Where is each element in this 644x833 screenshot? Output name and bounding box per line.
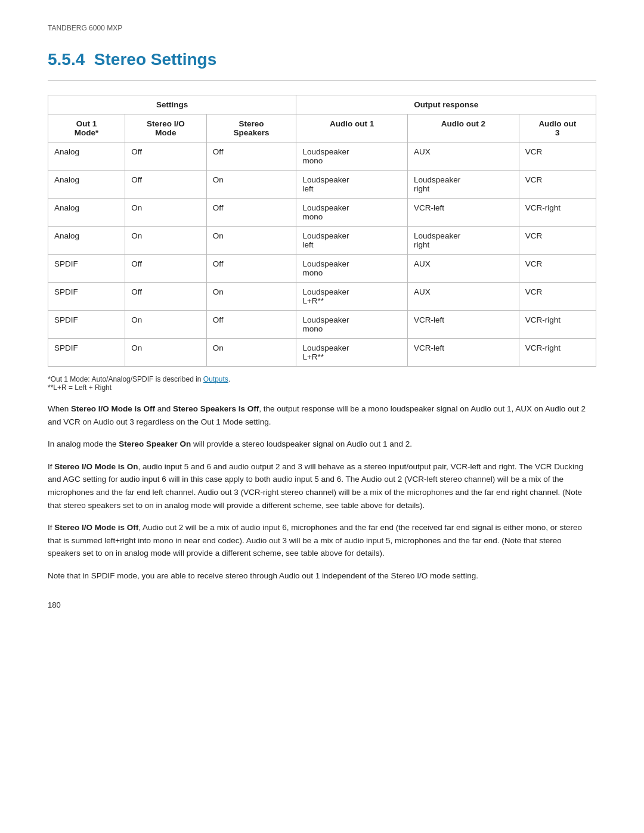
table-cell: LoudspeakerL+R** xyxy=(296,339,408,367)
table-cell: AUX xyxy=(408,255,519,283)
table-cell: Analog xyxy=(48,171,125,199)
table-cell: On xyxy=(125,311,206,339)
section-divider xyxy=(48,80,596,80)
col-audio-out3: Audio out3 xyxy=(519,114,596,143)
table-cell: VCR-left xyxy=(408,339,519,367)
body-paragraph-4: If Stereo I/O Mode is Off, Audio out 2 w… xyxy=(48,521,596,560)
table-cell: VCR-right xyxy=(519,339,596,367)
brand-label: TANDBERG 6000 MXP xyxy=(48,24,122,32)
col-stereo-io: Stereo I/OMode xyxy=(125,114,206,143)
section-number: 5.5.4 xyxy=(48,50,85,69)
table-cell: Off xyxy=(125,255,206,283)
outputs-link[interactable]: Outputs xyxy=(203,375,228,383)
table-cell: Off xyxy=(206,255,296,283)
body-paragraphs: When Stereo I/O Mode is Off and Stereo S… xyxy=(48,402,596,583)
table-cell: SPDIF xyxy=(48,339,125,367)
body-paragraph-1: When Stereo I/O Mode is Off and Stereo S… xyxy=(48,402,596,428)
body-paragraph-3: If Stereo I/O Mode is On, audio input 5 … xyxy=(48,460,596,512)
table-cell: Loudspeakermono xyxy=(296,255,408,283)
table-cell: On xyxy=(206,339,296,367)
table-cell: Loudspeakerleft xyxy=(296,171,408,199)
table-cell: VCR xyxy=(519,227,596,255)
table-row: SPDIFOffOffLoudspeakermonoAUXVCR xyxy=(48,255,596,283)
table-cell: Analog xyxy=(48,199,125,227)
section-name: Stereo Settings xyxy=(94,50,216,69)
footnotes: *Out 1 Mode: Auto/Analog/SPDIF is descri… xyxy=(48,375,596,392)
table-cell: VCR-right xyxy=(519,199,596,227)
table-cell: Analog xyxy=(48,227,125,255)
table-cell: Off xyxy=(125,171,206,199)
table-cell: On xyxy=(125,339,206,367)
table-group-header-row: Settings Output response xyxy=(48,95,596,114)
col-audio-out2: Audio out 2 xyxy=(408,114,519,143)
page-number: 180 xyxy=(48,600,596,609)
table-cell: Loudspeakerleft xyxy=(296,227,408,255)
table-cell: Loudspeakermono xyxy=(296,311,408,339)
table-cell: VCR xyxy=(519,283,596,311)
doc-header: TANDBERG 6000 MXP xyxy=(48,24,596,32)
table-cell: On xyxy=(206,283,296,311)
table-cell: SPDIF xyxy=(48,255,125,283)
table-cell: Loudspeakermono xyxy=(296,199,408,227)
footnote-1-text: *Out 1 Mode: Auto/Analog/SPDIF is descri… xyxy=(48,375,203,383)
table-row: SPDIFOnOnLoudspeakerL+R**VCR-leftVCR-rig… xyxy=(48,339,596,367)
table-cell: SPDIF xyxy=(48,283,125,311)
table-cell: Loudspeakermono xyxy=(296,143,408,171)
table-cell: Loudspeakerright xyxy=(408,171,519,199)
table-col-header-row: Out 1Mode* Stereo I/OMode StereoSpeakers… xyxy=(48,114,596,143)
table-cell: AUX xyxy=(408,143,519,171)
table-cell: VCR-right xyxy=(519,311,596,339)
output-response-group-header: Output response xyxy=(296,95,596,114)
col-audio-out1: Audio out 1 xyxy=(296,114,408,143)
table-cell: VCR-left xyxy=(408,199,519,227)
body-paragraph-2: In analog mode the Stereo Speaker On wil… xyxy=(48,438,596,451)
table-row: SPDIFOnOffLoudspeakermonoVCR-leftVCR-rig… xyxy=(48,311,596,339)
table-cell: Off xyxy=(206,311,296,339)
table-cell: SPDIF xyxy=(48,311,125,339)
stereo-settings-table: Settings Output response Out 1Mode* Ster… xyxy=(48,95,596,367)
col-stereo-speakers: StereoSpeakers xyxy=(206,114,296,143)
footnote-1: *Out 1 Mode: Auto/Analog/SPDIF is descri… xyxy=(48,375,596,383)
table-cell: Off xyxy=(206,143,296,171)
table-row: AnalogOffOnLoudspeakerleftLoudspeakerrig… xyxy=(48,171,596,199)
table-cell: VCR-left xyxy=(408,311,519,339)
table-cell: VCR xyxy=(519,255,596,283)
body-paragraph-5: Note that in SPDIF mode, you are able to… xyxy=(48,569,596,583)
table-row: SPDIFOffOnLoudspeakerL+R**AUXVCR xyxy=(48,283,596,311)
table-cell: On xyxy=(206,171,296,199)
table-cell: Off xyxy=(206,199,296,227)
table-cell: On xyxy=(125,227,206,255)
table-body: AnalogOffOffLoudspeakermonoAUXVCRAnalogO… xyxy=(48,143,596,367)
table-row: AnalogOffOffLoudspeakermonoAUXVCR xyxy=(48,143,596,171)
table-cell: Analog xyxy=(48,143,125,171)
table-row: AnalogOnOnLoudspeakerleftLoudspeakerrigh… xyxy=(48,227,596,255)
col-out1-mode: Out 1Mode* xyxy=(48,114,125,143)
settings-group-header: Settings xyxy=(48,95,296,114)
table-row: AnalogOnOffLoudspeakermonoVCR-leftVCR-ri… xyxy=(48,199,596,227)
table-cell: Loudspeakerright xyxy=(408,227,519,255)
footnote-1-end: . xyxy=(228,375,230,383)
section-title: 5.5.4 Stereo Settings xyxy=(48,50,596,69)
table-cell: Off xyxy=(125,143,206,171)
table-cell: On xyxy=(206,227,296,255)
table-cell: Off xyxy=(125,283,206,311)
table-cell: On xyxy=(125,199,206,227)
table-cell: AUX xyxy=(408,283,519,311)
table-cell: VCR xyxy=(519,143,596,171)
table-cell: VCR xyxy=(519,171,596,199)
table-cell: LoudspeakerL+R** xyxy=(296,283,408,311)
footnote-2: **L+R = Left + Right xyxy=(48,383,596,392)
